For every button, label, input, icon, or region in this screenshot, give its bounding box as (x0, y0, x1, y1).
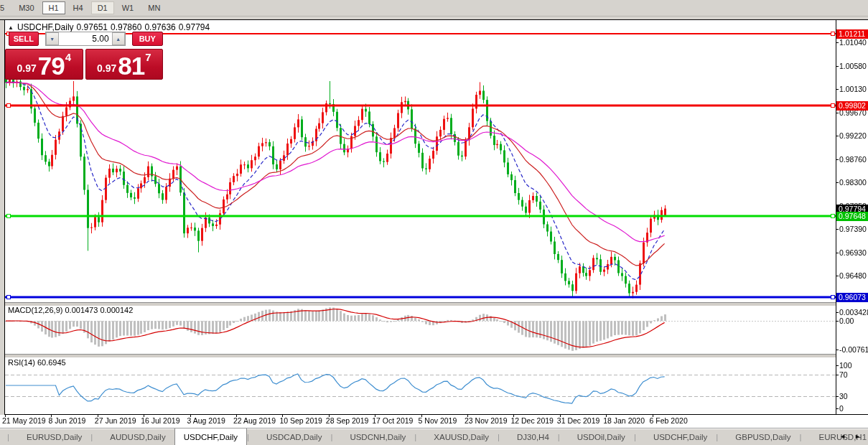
date-axis-label: 6 Feb 2020 (650, 416, 688, 425)
price-axis-tick (836, 276, 839, 276)
date-axis-label: 28 Sep 2019 (326, 416, 369, 425)
chart-tab[interactable]: USDCHF,Daily (174, 428, 247, 445)
mt4-window: 5 M30 H1 H4 D1 W1 MN ▲USDCHF,Daily0.9765… (0, 0, 868, 445)
price-axis-label: 0.99220 (839, 131, 867, 140)
price-axis-tick (836, 159, 839, 160)
price-axis-badge: 0.97648 (836, 212, 868, 221)
timeframe-button[interactable]: M30 (12, 1, 40, 14)
chart-symbol-period: USDCHF,Daily (17, 22, 74, 32)
chart-low: 0.97636 (144, 22, 175, 32)
date-axis-label: 16 Jul 2019 (141, 416, 179, 425)
macd-axis-tick (836, 321, 839, 322)
rsi-axis-tick (836, 375, 839, 375)
chart-border-top (0, 19, 868, 20)
price-axis-label: 0.96930 (839, 248, 867, 257)
macd-axis-label: 0.003428 (839, 308, 868, 317)
sell-price-big: 79 (38, 56, 65, 77)
rsi-axis-label: 30 (839, 392, 848, 400)
chart-tab[interactable]: EURUSD,Daily (7, 428, 90, 445)
macd-axis-label: -0.007615 (839, 345, 868, 354)
sell-price-sup: 4 (65, 51, 71, 63)
tab-scroll-arrows: ◄ ► (835, 431, 865, 442)
rsi-axis-label: 70 (839, 370, 848, 379)
date-axis-label: 5 Nov 2019 (419, 416, 457, 425)
rsi-label: RSI(14) 60.6945 (8, 358, 66, 367)
chart-open: 0.97651 (77, 22, 108, 32)
rsi-axis-tick (836, 408, 839, 409)
volume-increase-icon[interactable]: ▲ (112, 32, 125, 45)
sell-price-prefix: 0.97 (17, 62, 36, 74)
chart-high: 0.97860 (111, 22, 141, 32)
sell-button[interactable]: SELL (9, 32, 39, 46)
chart-tab-list: EURUSD,Daily AUDUSD,Daily USDCHF,Daily U… (0, 428, 868, 445)
one-click-trade-panel: SELL ▼ ▲ BUY 0.97 79 4 0.97 81 7 (5, 32, 163, 80)
date-axis-label: 21 May 2019 (2, 416, 46, 425)
timeframe-button[interactable]: H1 (42, 1, 65, 14)
volume-input[interactable] (59, 32, 112, 45)
price-axis-tick (836, 66, 839, 67)
tab-scroll-right-icon[interactable]: ► (850, 431, 865, 442)
date-axis-label: 12 Dec 2019 (510, 416, 554, 425)
date-axis-label: 8 Jun 2019 (48, 416, 85, 425)
date-axis-label: 27 Jun 2019 (95, 416, 136, 425)
price-axis-tick (836, 42, 839, 43)
macd-axis-tick (836, 312, 839, 313)
tab-scroll-left-icon[interactable]: ◄ (835, 431, 850, 442)
sell-price-tile[interactable]: 0.97 79 4 (5, 49, 83, 80)
timeframe-button-list: 5 M30 H1 H4 D1 W1 MN (0, 0, 868, 16)
price-axis: 1.010401.005801.001300.996700.992200.987… (836, 20, 868, 415)
chart-close: 0.97794 (179, 22, 210, 32)
chart-tab[interactable]: USDCAD,Daily (247, 428, 330, 445)
date-axis-label: 18 Jan 2020 (603, 416, 645, 425)
rsi-axis-label: 100 (839, 361, 852, 370)
macd-axis-tick (836, 350, 839, 350)
date-axis-label: 22 Aug 2019 (233, 416, 276, 425)
chart-tab[interactable]: USDOil,Daily (558, 428, 634, 445)
price-axis-badge: 0.96073 (836, 293, 868, 302)
timeframe-button[interactable]: W1 (116, 1, 141, 14)
price-axis-label: 1.01040 (839, 38, 867, 47)
macd-label: MACD(12,26,9) 0.001473 0.000142 (8, 306, 133, 314)
timeframe-button[interactable]: 5 (0, 1, 11, 14)
date-axis: 21 May 20198 Jun 201927 Jun 201916 Jul 2… (0, 415, 868, 428)
buy-button[interactable]: BUY (132, 32, 163, 46)
date-axis-label: 10 Sep 2019 (279, 416, 322, 425)
date-axis-label: 17 Oct 2019 (372, 416, 413, 425)
date-axis-label: 3 Aug 2019 (187, 416, 225, 425)
buy-price-big: 81 (118, 56, 144, 77)
buy-price-sup: 7 (145, 51, 151, 63)
chart-tab-bar: EURUSD,Daily AUDUSD,Daily USDCHF,Daily U… (0, 428, 868, 445)
chart-title: ▲USDCHF,Daily0.976510.978600.976360.9779… (8, 22, 213, 32)
price-axis-label: 0.96480 (839, 271, 867, 280)
chart-tab[interactable]: USDCHF,Daily (634, 428, 716, 445)
price-axis-tick (836, 89, 839, 90)
price-axis-tick (836, 253, 839, 253)
chart-tab[interactable]: XAUUSD,Daily (414, 428, 498, 445)
price-axis-tick (836, 182, 839, 183)
buy-price-prefix: 0.97 (97, 62, 116, 74)
price-axis-label: 1.00130 (839, 85, 867, 93)
chart-tab[interactable]: AUDUSD,Daily (90, 428, 174, 445)
volume-decrease-icon[interactable]: ▼ (46, 32, 59, 45)
chart-tab[interactable]: DJ30,H4 (498, 428, 558, 445)
timeframe-button[interactable]: MN (141, 1, 167, 14)
chart-tab[interactable]: GBPUSD,Daily (716, 428, 799, 445)
price-axis-tick (836, 229, 839, 230)
macd-axis-label: 0.00 (839, 317, 854, 325)
rsi-axis-tick (836, 365, 839, 366)
timeframe-toolbar: 5 M30 H1 H4 D1 W1 MN (0, 0, 868, 17)
date-axis-label: 23 Nov 2019 (465, 416, 508, 425)
chart-tab[interactable]: USDCNH,Daily (330, 428, 414, 445)
timeframe-button[interactable]: H4 (67, 1, 90, 14)
price-axis-tick (836, 113, 839, 113)
price-axis-label: 0.98760 (839, 155, 867, 164)
price-axis-badge: 1.01211 (836, 29, 868, 39)
rsi-axis-label: 0 (839, 404, 844, 413)
price-axis-tick (836, 136, 839, 136)
date-axis-label: 31 Dec 2019 (557, 416, 600, 425)
price-axis-badge: 0.99802 (836, 101, 868, 111)
price-axis-label: 0.98300 (839, 178, 867, 187)
buy-price-tile[interactable]: 0.97 81 7 (85, 49, 164, 80)
timeframe-button[interactable]: D1 (91, 1, 114, 14)
volume-stepper: ▼ ▲ (45, 32, 126, 46)
